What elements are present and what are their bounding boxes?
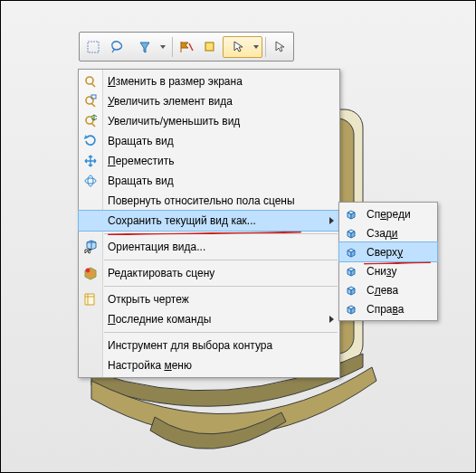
chevron-down-icon [160, 45, 166, 49]
blank-icon [82, 337, 99, 354]
menu-item-1[interactable]: Настройка меню [79, 355, 339, 375]
menu-item-6[interactable]: Повернуть относительно пола сцены [79, 191, 339, 211]
cube-icon [343, 282, 359, 298]
orbit-icon [82, 173, 99, 189]
svg-line-3 [189, 43, 193, 51]
submenu-item-2[interactable]: Сверху [339, 242, 437, 261]
menu-separator [104, 286, 338, 287]
menu-item-label: Слева [367, 284, 398, 297]
menu-item-3[interactable]: Вращать вид [79, 131, 339, 151]
zoom-inout-icon [82, 113, 99, 129]
cube-icon [343, 244, 359, 260]
menu-item-0[interactable]: Редактировать сцену [79, 263, 339, 283]
submenu-item-5[interactable]: Справа [339, 299, 437, 318]
menu-item-label: Вращать вид [108, 135, 174, 147]
scene-icon [82, 265, 99, 281]
menu-item-label: Открыть чертеж [108, 293, 189, 306]
menu-item-1[interactable]: Последние команды [79, 309, 339, 329]
menu-item-label: Справа [367, 303, 404, 316]
toolbar-separator [172, 37, 173, 57]
submenu-arrow-icon [329, 217, 334, 224]
drawing-icon [82, 291, 99, 307]
zoom-element-icon [82, 93, 99, 109]
view-context-menu: Изменить в размер экранаУвеличить элемен… [78, 69, 340, 378]
small-select-button[interactable] [199, 36, 221, 58]
menu-item-2[interactable]: Увеличить/уменьшить вид [79, 111, 339, 131]
menu-separator [104, 260, 338, 260]
select-box-button[interactable] [82, 36, 104, 58]
menu-item-0[interactable]: Изменить в размер экрана [79, 71, 339, 91]
selection-toolbar [79, 32, 294, 61]
menu-item-label: Ориентация вида... [108, 241, 205, 253]
menu-item-label: Последние команды [108, 313, 211, 326]
orient-icon [82, 239, 99, 255]
flag-toggle-button[interactable] [176, 36, 197, 58]
blank-icon [82, 311, 99, 327]
menu-item-label: Увеличить элемент вида [108, 95, 233, 108]
cube-icon [343, 301, 359, 317]
toolbar-separator [265, 37, 266, 57]
menu-separator [104, 233, 338, 234]
chevron-down-icon [253, 45, 259, 49]
menu-item-0[interactable]: Открыть чертеж [79, 289, 339, 309]
menu-item-label: Спереди [367, 208, 411, 221]
submenu-arrow-icon [329, 316, 334, 323]
submenu-item-3[interactable]: Снизу [339, 261, 437, 280]
menu-item-0[interactable]: Ориентация вида... [79, 237, 339, 257]
menu-item-label: Вращать вид [108, 175, 174, 187]
cube-icon [343, 206, 359, 222]
menu-item-label: Сверху [367, 246, 403, 259]
cube-icon [343, 263, 359, 279]
menu-item-label: Увеличить/уменьшить вид [108, 115, 240, 128]
filter-select-button[interactable] [129, 36, 169, 58]
menu-item-label: Снизу [367, 265, 396, 278]
menu-item-0[interactable]: Инструмент для выбора контура [79, 336, 339, 355]
menu-item-label: Переместить [108, 155, 175, 167]
save-view-submenu: СпередиСзадиСверхуСнизуСлеваСправа [338, 202, 438, 321]
menu-item-label: Сохранить текущий вид как... [108, 214, 256, 227]
svg-point-6 [86, 269, 90, 273]
menu-item-4[interactable]: Переместить [79, 151, 339, 171]
rotate-icon [82, 133, 99, 149]
menu-item-7[interactable]: Сохранить текущий вид как... [79, 211, 339, 231]
menu-item-label: Сзади [367, 227, 398, 240]
cube-icon [343, 225, 359, 241]
svg-rect-4 [205, 43, 214, 51]
blank-icon [82, 193, 99, 209]
menu-item-label: Настройка меню [108, 359, 192, 372]
menu-item-1[interactable]: Увеличить элемент вида [79, 91, 339, 111]
submenu-item-1[interactable]: Сзади [339, 223, 437, 242]
menu-item-label: Изменить в размер экрана [108, 75, 243, 88]
blank-icon [82, 213, 99, 229]
pointer-dropdown-button[interactable] [223, 36, 262, 58]
menu-item-label: Инструмент для выбора контура [108, 339, 272, 352]
blank-icon [82, 357, 99, 374]
menu-separator [104, 332, 338, 333]
svg-rect-2 [88, 42, 99, 52]
cursor-button[interactable] [269, 36, 290, 58]
pan-icon [82, 153, 99, 169]
lasso-select-button[interactable] [106, 36, 128, 58]
menu-item-label: Редактировать сцену [108, 267, 214, 279]
menu-item-label: Повернуть относительно пола сцены [108, 194, 295, 207]
zoom-fit-icon [82, 73, 99, 90]
submenu-item-0[interactable]: Спереди [339, 204, 437, 223]
menu-item-5[interactable]: Вращать вид [79, 171, 339, 191]
submenu-item-4[interactable]: Слева [339, 280, 437, 299]
